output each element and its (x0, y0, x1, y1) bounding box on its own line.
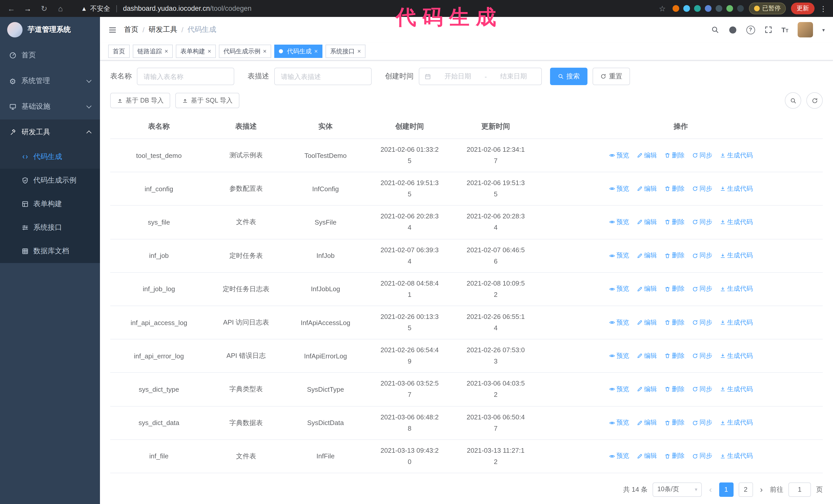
preview-link[interactable]: 预览 (609, 452, 629, 461)
preview-link[interactable]: 预览 (609, 185, 629, 193)
edit-link[interactable]: 编辑 (636, 318, 657, 327)
edit-link[interactable]: 编辑 (636, 385, 657, 394)
sync-link[interactable]: 同步 (692, 218, 712, 226)
close-icon[interactable]: × (165, 48, 168, 54)
sync-link[interactable]: 同步 (692, 185, 712, 193)
edit-link[interactable]: 编辑 (636, 218, 657, 226)
tab-codegen-example[interactable]: 代码生成示例× (219, 45, 271, 58)
fullscreen-icon[interactable] (764, 26, 772, 34)
generate-code-link[interactable]: 生成代码 (719, 352, 753, 360)
edit-link[interactable]: 编辑 (636, 352, 657, 360)
sync-link[interactable]: 同步 (692, 452, 712, 461)
app-logo[interactable]: 芋道管理系统 (0, 17, 100, 43)
delete-link[interactable]: 删除 (664, 418, 685, 427)
sidebar-item-api[interactable]: 系统接口 (0, 216, 100, 239)
page-size-select[interactable]: 10条/页 ▾ (653, 482, 702, 497)
extension-icon[interactable] (694, 5, 701, 12)
sidebar-item-codegen-example[interactable]: 代码生成示例 (0, 169, 100, 192)
extension-icon[interactable] (737, 5, 744, 12)
generate-code-link[interactable]: 生成代码 (719, 285, 753, 293)
preview-link[interactable]: 预览 (609, 318, 629, 327)
delete-link[interactable]: 删除 (664, 185, 685, 193)
delete-link[interactable]: 删除 (664, 452, 685, 461)
close-icon[interactable]: × (314, 48, 318, 54)
extension-icon[interactable] (683, 5, 690, 12)
next-page-button[interactable]: › (758, 485, 765, 494)
generate-code-link[interactable]: 生成代码 (719, 318, 753, 327)
extension-icon[interactable] (705, 5, 712, 12)
update-button[interactable]: 更新 (791, 3, 814, 14)
delete-link[interactable]: 删除 (664, 285, 685, 293)
sidebar-item-db-doc[interactable]: 数据库文档 (0, 239, 100, 263)
sync-link[interactable]: 同步 (692, 151, 712, 160)
sync-link[interactable]: 同步 (692, 352, 712, 360)
caret-down-icon[interactable]: ▾ (822, 27, 825, 32)
generate-code-link[interactable]: 生成代码 (719, 385, 753, 394)
sidebar-item-home[interactable]: 首页 (0, 43, 100, 68)
generate-code-link[interactable]: 生成代码 (719, 185, 753, 193)
close-icon[interactable]: × (357, 48, 361, 54)
delete-link[interactable]: 删除 (664, 151, 685, 160)
back-icon[interactable]: ← (6, 4, 17, 13)
paused-badge[interactable]: 已暂停 (749, 3, 786, 14)
help-icon[interactable]: ? (746, 25, 755, 34)
tab-trace[interactable]: 链路追踪× (133, 45, 173, 58)
home-icon[interactable]: ⌂ (55, 4, 66, 13)
page-button-2[interactable]: 2 (738, 482, 753, 497)
security-chip[interactable]: ▲ 不安全 (81, 4, 110, 13)
sidebar-item-system[interactable]: ⚙ 系统管理 (0, 68, 100, 94)
preview-link[interactable]: 预览 (609, 285, 629, 293)
bookmark-star-icon[interactable]: ☆ (657, 4, 667, 13)
tab-form-builder[interactable]: 表单构建× (176, 45, 216, 58)
sync-link[interactable]: 同步 (692, 251, 712, 260)
preview-link[interactable]: 预览 (609, 218, 629, 226)
sync-link[interactable]: 同步 (692, 318, 712, 327)
generate-code-link[interactable]: 生成代码 (719, 418, 753, 427)
edit-link[interactable]: 编辑 (636, 151, 657, 160)
edit-link[interactable]: 编辑 (636, 452, 657, 461)
user-avatar[interactable] (798, 22, 813, 38)
font-size-icon[interactable]: TT (782, 26, 788, 33)
table-desc-input[interactable] (274, 68, 372, 85)
preview-link[interactable]: 预览 (609, 251, 629, 260)
import-sql-button[interactable]: 基于 SQL 导入 (175, 93, 239, 108)
sync-link[interactable]: 同步 (692, 418, 712, 427)
search-icon[interactable] (711, 26, 719, 34)
delete-link[interactable]: 删除 (664, 318, 685, 327)
search-button[interactable]: 搜索 (550, 68, 588, 85)
generate-code-link[interactable]: 生成代码 (719, 251, 753, 260)
tab-home[interactable]: 首页 (108, 45, 130, 58)
preview-link[interactable]: 预览 (609, 352, 629, 360)
generate-code-link[interactable]: 生成代码 (719, 218, 753, 226)
extension-icon[interactable] (716, 5, 722, 12)
toggle-search-button[interactable] (785, 92, 801, 109)
tab-codegen[interactable]: 代码生成× (274, 45, 323, 58)
sync-link[interactable]: 同步 (692, 385, 712, 394)
edit-link[interactable]: 编辑 (636, 251, 657, 260)
sidebar-item-infra[interactable]: 基础设施 (0, 94, 100, 119)
reload-icon[interactable]: ↻ (39, 4, 49, 13)
prev-page-button[interactable]: ‹ (707, 485, 714, 494)
sidebar-item-codegen[interactable]: 代码生成 (0, 145, 100, 169)
breadcrumb-devtools[interactable]: 研发工具 (149, 25, 177, 34)
preview-link[interactable]: 预览 (609, 418, 629, 427)
extension-icon[interactable] (672, 5, 679, 12)
delete-link[interactable]: 删除 (664, 251, 685, 260)
preview-link[interactable]: 预览 (609, 151, 629, 160)
close-icon[interactable]: × (208, 48, 211, 54)
delete-link[interactable]: 删除 (664, 218, 685, 226)
address-bar[interactable]: dashboard.yudao.iocoder.cn/tool/codegen (123, 5, 252, 12)
table-name-input[interactable] (137, 68, 234, 85)
import-db-button[interactable]: 基于 DB 导入 (110, 93, 170, 108)
delete-link[interactable]: 删除 (664, 385, 685, 394)
tab-api[interactable]: 系统接口× (326, 45, 365, 58)
goto-page-input[interactable] (788, 482, 811, 497)
edit-link[interactable]: 编辑 (636, 285, 657, 293)
generate-code-link[interactable]: 生成代码 (719, 452, 753, 461)
edit-link[interactable]: 编辑 (636, 418, 657, 427)
generate-code-link[interactable]: 生成代码 (719, 151, 753, 160)
reset-button[interactable]: 重置 (593, 68, 630, 85)
date-range-picker[interactable]: 开始日期 - 结束日期 (419, 68, 542, 85)
breadcrumb-home[interactable]: 首页 (124, 25, 138, 34)
sync-link[interactable]: 同步 (692, 285, 712, 293)
